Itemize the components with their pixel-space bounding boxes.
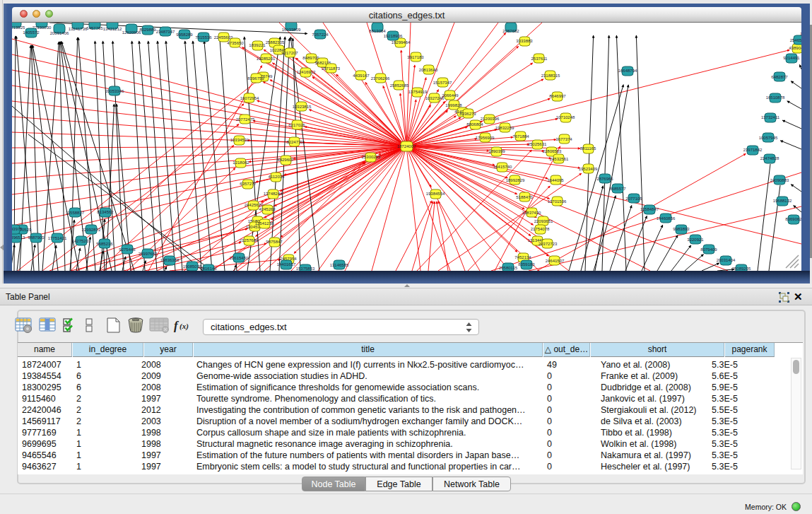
svg-text:8685577: 8685577 bbox=[609, 187, 626, 191]
svg-text:4439167: 4439167 bbox=[353, 74, 370, 78]
svg-text:16213925: 16213925 bbox=[12, 25, 25, 30]
svg-text:13701506: 13701506 bbox=[548, 199, 567, 204]
svg-text:18992829: 18992829 bbox=[506, 178, 525, 182]
svg-text:9275445: 9275445 bbox=[119, 247, 136, 252]
svg-text:9875847: 9875847 bbox=[266, 240, 283, 244]
svg-text:(x): (x) bbox=[180, 322, 189, 331]
svg-text:19218906: 19218906 bbox=[384, 34, 403, 38]
svg-text:22806503: 22806503 bbox=[543, 149, 562, 153]
svg-text:8134562: 8134562 bbox=[97, 210, 114, 214]
svg-text:16415740: 16415740 bbox=[493, 165, 512, 169]
svg-text:19523409: 19523409 bbox=[579, 167, 598, 171]
svg-text:6217026: 6217026 bbox=[288, 123, 305, 127]
svg-text:8224730: 8224730 bbox=[286, 140, 303, 144]
svg-text:7671884: 7671884 bbox=[512, 134, 529, 139]
svg-text:2537611: 2537611 bbox=[531, 57, 548, 61]
svg-text:21257684: 21257684 bbox=[240, 238, 259, 243]
svg-text:25882305: 25882305 bbox=[266, 40, 285, 45]
svg-text:6482877: 6482877 bbox=[771, 75, 788, 79]
svg-text:19285201: 19285201 bbox=[257, 57, 276, 61]
svg-text:13421212: 13421212 bbox=[103, 27, 122, 31]
svg-text:13754919: 13754919 bbox=[408, 90, 428, 94]
svg-text:25852685: 25852685 bbox=[390, 83, 409, 88]
svg-text:8336273: 8336273 bbox=[459, 112, 476, 116]
svg-text:22093651: 22093651 bbox=[534, 219, 553, 223]
svg-text:12920906: 12920906 bbox=[122, 30, 141, 35]
svg-text:1890399: 1890399 bbox=[488, 149, 505, 153]
svg-text:20031404: 20031404 bbox=[717, 258, 736, 262]
svg-text:2087682: 2087682 bbox=[502, 29, 519, 33]
svg-text:8369062: 8369062 bbox=[785, 217, 801, 221]
svg-text:8489709: 8489709 bbox=[302, 56, 319, 60]
svg-text:9958289: 9958289 bbox=[176, 33, 193, 37]
svg-text:4112034: 4112034 bbox=[269, 175, 286, 179]
svg-text:19688132: 19688132 bbox=[773, 199, 792, 203]
svg-text:9887903: 9887903 bbox=[28, 235, 45, 240]
svg-text:10057945: 10057945 bbox=[759, 136, 778, 140]
svg-text:10710248: 10710248 bbox=[556, 115, 575, 119]
svg-text:20813640: 20813640 bbox=[419, 68, 438, 72]
svg-text:3333883: 3333883 bbox=[516, 39, 533, 43]
svg-text:20772475: 20772475 bbox=[236, 117, 255, 122]
svg-text:25997682: 25997682 bbox=[139, 252, 158, 256]
svg-text:8359183: 8359183 bbox=[518, 262, 535, 267]
svg-text:7515536: 7515536 bbox=[195, 35, 212, 40]
svg-text:5188470: 5188470 bbox=[516, 195, 533, 199]
svg-text:7452134: 7452134 bbox=[514, 255, 531, 259]
svg-text:19836388: 19836388 bbox=[160, 258, 180, 262]
svg-text:6357277: 6357277 bbox=[240, 182, 257, 186]
svg-text:3220921: 3220921 bbox=[687, 238, 704, 242]
svg-text:10327246: 10327246 bbox=[425, 96, 445, 100]
svg-text:8811165: 8811165 bbox=[580, 146, 596, 151]
svg-text:16396513: 16396513 bbox=[12, 235, 25, 240]
svg-text:20091406: 20091406 bbox=[50, 31, 69, 35]
svg-text:19085076: 19085076 bbox=[183, 264, 202, 269]
svg-text:10323815: 10323815 bbox=[293, 105, 312, 109]
svg-text:24532561: 24532561 bbox=[550, 157, 569, 161]
svg-text:1405572: 1405572 bbox=[23, 30, 40, 35]
svg-text:19832259: 19832259 bbox=[495, 126, 514, 130]
svg-text:23971842: 23971842 bbox=[743, 148, 763, 152]
svg-text:14275203: 14275203 bbox=[72, 239, 91, 243]
svg-text:8646997: 8646997 bbox=[549, 94, 566, 98]
svg-text:12541238: 12541238 bbox=[255, 221, 274, 226]
svg-text:8029889: 8029889 bbox=[139, 28, 156, 32]
svg-text:16510878: 16510878 bbox=[766, 95, 785, 100]
svg-text:4735650: 4735650 bbox=[227, 41, 244, 45]
svg-text:1839221: 1839221 bbox=[249, 43, 266, 47]
svg-text:16033809: 16033809 bbox=[282, 28, 301, 32]
svg-text:10837430: 10837430 bbox=[522, 211, 541, 215]
svg-text:25465435: 25465435 bbox=[790, 38, 801, 42]
svg-text:16648794: 16648794 bbox=[618, 69, 637, 73]
svg-text:14401657: 14401657 bbox=[277, 262, 296, 267]
svg-text:f: f bbox=[174, 319, 180, 332]
svg-text:9217207: 9217207 bbox=[281, 51, 298, 55]
svg-text:21754078: 21754078 bbox=[531, 227, 550, 231]
svg-text:25089205: 25089205 bbox=[732, 267, 751, 271]
svg-text:8396759: 8396759 bbox=[247, 76, 264, 81]
svg-text:4389045: 4389045 bbox=[789, 46, 801, 50]
svg-text:20615450: 20615450 bbox=[230, 256, 249, 260]
svg-text:11881122: 11881122 bbox=[800, 32, 801, 36]
svg-text:22474828: 22474828 bbox=[760, 156, 779, 160]
svg-text:13241736: 13241736 bbox=[69, 27, 88, 31]
svg-text:4245263: 4245263 bbox=[259, 207, 276, 211]
svg-text:11558837: 11558837 bbox=[66, 211, 85, 215]
svg-text:4429607: 4429607 bbox=[277, 158, 294, 162]
svg-text:13146585: 13146585 bbox=[330, 263, 349, 267]
svg-text:21200396: 21200396 bbox=[481, 117, 500, 121]
svg-text:9983893: 9983893 bbox=[673, 227, 690, 231]
svg-text:23706266: 23706266 bbox=[371, 76, 390, 81]
svg-text:25025631: 25025631 bbox=[528, 142, 547, 146]
svg-text:24090883: 24090883 bbox=[770, 178, 789, 182]
svg-text:1999828: 1999828 bbox=[445, 103, 462, 107]
svg-text:8813054: 8813054 bbox=[369, 29, 386, 33]
svg-text:9816145: 9816145 bbox=[200, 267, 217, 271]
svg-text:7357224: 7357224 bbox=[312, 33, 329, 37]
svg-text:14460856: 14460856 bbox=[657, 216, 676, 221]
svg-text:2066449: 2066449 bbox=[442, 93, 459, 98]
svg-text:13748244: 13748244 bbox=[264, 192, 283, 196]
svg-text:6457765: 6457765 bbox=[86, 26, 103, 30]
svg-text:3644095: 3644095 bbox=[547, 178, 564, 182]
svg-text:2077105: 2077105 bbox=[625, 197, 642, 201]
